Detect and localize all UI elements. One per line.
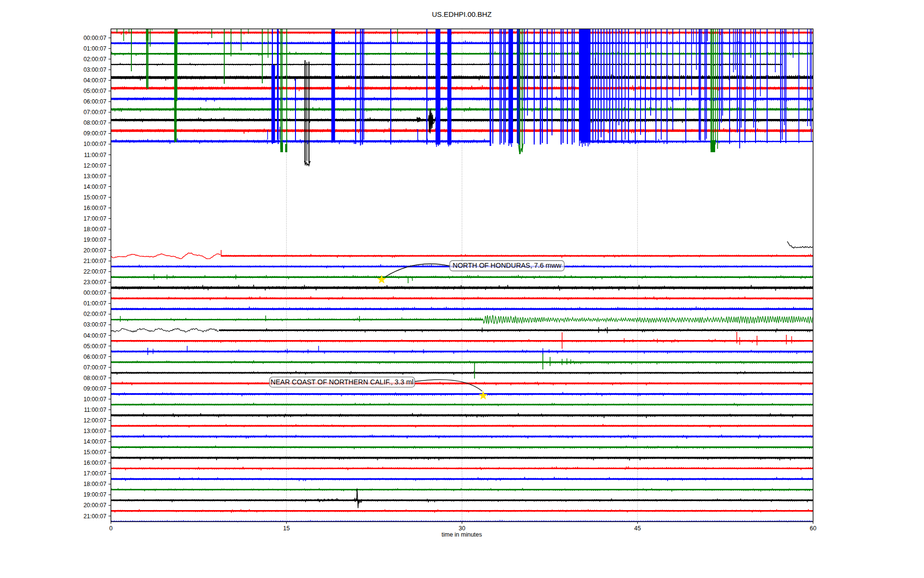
svg-text:20:00:07: 20:00:07 bbox=[84, 502, 107, 509]
svg-text:09:00:07: 09:00:07 bbox=[84, 130, 107, 137]
svg-text:01:00:07: 01:00:07 bbox=[84, 300, 107, 307]
svg-text:07:00:07: 07:00:07 bbox=[84, 364, 107, 371]
svg-text:17:00:07: 17:00:07 bbox=[84, 215, 107, 222]
svg-text:19:00:07: 19:00:07 bbox=[84, 236, 107, 243]
svg-text:16:00:07: 16:00:07 bbox=[84, 205, 107, 211]
svg-text:0: 0 bbox=[109, 525, 113, 532]
svg-text:18:00:07: 18:00:07 bbox=[84, 226, 107, 233]
svg-text:00:00:07: 00:00:07 bbox=[84, 289, 107, 296]
svg-text:60: 60 bbox=[810, 525, 817, 532]
svg-text:06:00:07: 06:00:07 bbox=[84, 98, 107, 105]
svg-text:45: 45 bbox=[634, 525, 641, 532]
svg-text:10:00:07: 10:00:07 bbox=[84, 141, 107, 147]
svg-text:02:00:07: 02:00:07 bbox=[84, 56, 107, 63]
svg-text:14:00:07: 14:00:07 bbox=[84, 184, 107, 190]
svg-text:US.EDHPI.00.BHZ: US.EDHPI.00.BHZ bbox=[432, 11, 491, 18]
svg-text:12:00:07: 12:00:07 bbox=[84, 417, 107, 424]
svg-text:01:00:07: 01:00:07 bbox=[84, 45, 107, 52]
svg-text:NEAR COAST OF NORTHERN CALIF.,: NEAR COAST OF NORTHERN CALIF., 3.3 ml bbox=[270, 378, 413, 386]
svg-text:18:00:07: 18:00:07 bbox=[84, 481, 107, 487]
svg-text:10:00:07: 10:00:07 bbox=[84, 396, 107, 403]
svg-text:12:00:07: 12:00:07 bbox=[84, 162, 107, 169]
svg-text:11:00:07: 11:00:07 bbox=[84, 407, 106, 413]
svg-text:21:00:07: 21:00:07 bbox=[84, 513, 107, 520]
svg-text:09:00:07: 09:00:07 bbox=[84, 385, 107, 392]
svg-text:23:00:07: 23:00:07 bbox=[84, 279, 107, 286]
svg-text:04:00:07: 04:00:07 bbox=[84, 332, 107, 339]
svg-text:08:00:07: 08:00:07 bbox=[84, 375, 107, 381]
svg-text:19:00:07: 19:00:07 bbox=[84, 491, 107, 498]
svg-text:17:00:07: 17:00:07 bbox=[84, 470, 107, 477]
svg-text:15:00:07: 15:00:07 bbox=[84, 449, 107, 456]
svg-text:05:00:07: 05:00:07 bbox=[84, 343, 107, 350]
svg-text:08:00:07: 08:00:07 bbox=[84, 119, 107, 126]
svg-text:07:00:07: 07:00:07 bbox=[84, 109, 107, 116]
svg-text:21:00:07: 21:00:07 bbox=[84, 258, 107, 264]
svg-text:22:00:07: 22:00:07 bbox=[84, 268, 107, 275]
svg-text:14:00:07: 14:00:07 bbox=[84, 438, 107, 445]
svg-text:03:00:07: 03:00:07 bbox=[84, 66, 107, 73]
svg-text:15:00:07: 15:00:07 bbox=[84, 194, 107, 201]
svg-text:06:00:07: 06:00:07 bbox=[84, 354, 107, 360]
svg-text:13:00:07: 13:00:07 bbox=[84, 428, 107, 434]
svg-text:NORTH OF HONDURAS, 7.6 mww: NORTH OF HONDURAS, 7.6 mww bbox=[452, 262, 562, 269]
svg-text:16:00:07: 16:00:07 bbox=[84, 460, 107, 466]
svg-text:02:00:07: 02:00:07 bbox=[84, 311, 107, 317]
svg-text:time in minutes: time in minutes bbox=[441, 531, 482, 538]
svg-text:05:00:07: 05:00:07 bbox=[84, 88, 107, 94]
svg-text:00:00:07: 00:00:07 bbox=[84, 35, 107, 41]
svg-text:03:00:07: 03:00:07 bbox=[84, 321, 107, 328]
svg-text:11:00:07: 11:00:07 bbox=[84, 152, 106, 158]
svg-text:13:00:07: 13:00:07 bbox=[84, 173, 107, 180]
svg-text:04:00:07: 04:00:07 bbox=[84, 77, 107, 84]
svg-text:15: 15 bbox=[283, 525, 290, 532]
svg-text:20:00:07: 20:00:07 bbox=[84, 247, 107, 254]
